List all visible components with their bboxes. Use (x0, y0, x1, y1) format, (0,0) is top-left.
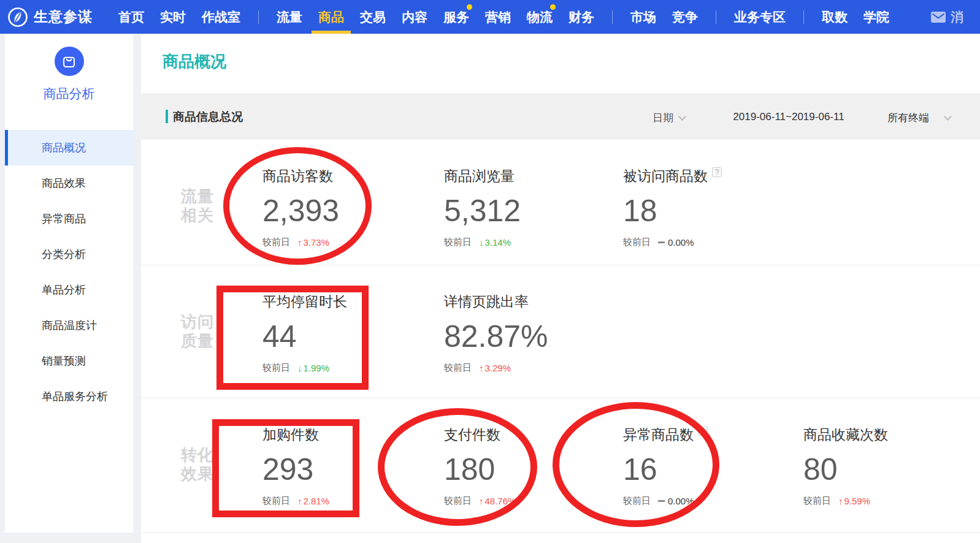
metric-change: 较前日 ↑3.73% (262, 237, 437, 248)
metric-label: 被访问商品数 ? (623, 167, 798, 186)
sidebar-item-product-effect[interactable]: 商品效果 (5, 165, 133, 201)
arrow-up-icon: ↑ (838, 496, 843, 506)
sidebar-item-product-thermometer[interactable]: 商品温度计 (5, 308, 133, 343)
terminal-filter-label: 所有终端 (887, 112, 929, 124)
metric-value: 5,312 (444, 194, 619, 227)
metric-change: 较前日 ↓1.99% (262, 362, 437, 374)
nav-item-content[interactable]: 内容 (402, 0, 427, 34)
help-icon[interactable]: ? (712, 167, 722, 177)
terminal-filter-dropdown[interactable]: 所有终端 (887, 111, 951, 125)
main-content: 商品概况 商品信息总况 日期 2019-06-11~2019-06-11 所有终… (141, 34, 980, 543)
nav-item-academy[interactable]: 学院 (863, 0, 889, 34)
sidebar: 商品分析 商品概况 商品效果 异常商品 分类分析 单品分析 商品温度计 销量预测… (5, 34, 133, 533)
nav-items: 首页 实时 作战室 流量 商品 交易 内容 服务 营销 物流 财务 市场 竞争 … (110, 0, 897, 34)
metric-value: 44 (262, 320, 437, 353)
metric-change: 较前日 ↑48.76% (444, 495, 619, 507)
help-icon[interactable]: ? (698, 426, 708, 436)
date-filter-dropdown[interactable]: 日期 (653, 111, 685, 125)
nav-item-product[interactable]: 商品 (318, 0, 344, 34)
sidebar-item-category-analysis[interactable]: 分类分析 (5, 237, 133, 272)
nav-divider (612, 10, 613, 24)
metric-label: 详情页跳出率 (444, 292, 619, 311)
metric-detail-bounce-rate: 详情页跳出率 82.87% 较前日 ↑3.29% (444, 292, 619, 374)
nav-item-data-fetch[interactable]: 取数 (822, 0, 848, 34)
metric-cart-adds: 加购件数 293 较前日 ↑2.81% (262, 425, 437, 507)
metric-change: 较前日 ↑2.81% (262, 495, 437, 507)
nav-msg-label: 消 (951, 9, 963, 26)
sidebar-item-sales-forecast[interactable]: 销量预测 (5, 343, 133, 379)
nav-item-label: 服务 (443, 9, 469, 26)
group-name-visit-quality: 访问 质量 (181, 313, 214, 351)
arrow-up-icon: ↑ (479, 496, 484, 506)
nav-divider (716, 10, 716, 24)
metric-product-pageviews: 商品浏览量 5,312 较前日 ↓3.14% (444, 167, 619, 248)
notification-dot-icon (550, 4, 556, 10)
brand-name: 生意参谋 (34, 7, 93, 26)
metric-label: 商品浏览量 (444, 167, 619, 186)
metric-product-visitors: 商品访客数 2,393 较前日 ↑3.73% (262, 167, 437, 248)
nav-divider (803, 10, 804, 24)
metric-group-visit-quality: 访问 质量 平均停留时长 44 较前日 ↓1.99% 详情页跳出率 82.87%… (141, 265, 980, 398)
group-name-traffic: 流量 相关 (181, 187, 214, 225)
nav-item-warroom[interactable]: 作战室 (202, 0, 240, 34)
nav-item-trade[interactable]: 交易 (360, 0, 386, 34)
brand[interactable]: 生意参谋 (7, 7, 110, 28)
chevron-down-icon (678, 113, 686, 121)
arrow-down-icon: ↓ (297, 363, 302, 373)
metrics-rows: 流量 相关 商品访客数 2,393 较前日 ↑3.73% 商品浏览量 5,312… (141, 140, 980, 533)
metric-value: 18 (623, 194, 798, 227)
metric-label: 商品访客数 (262, 167, 437, 186)
sidebar-item-product-overview[interactable]: 商品概况 (5, 130, 133, 165)
panel-title: 商品信息总况 (173, 109, 243, 125)
nav-item-business-zone[interactable]: 业务专区 (734, 0, 786, 34)
arrow-down-icon: ↓ (479, 237, 484, 248)
nav-item-messages[interactable]: 消 (931, 0, 963, 34)
metric-change: 较前日 0.00% (623, 237, 798, 248)
panel-header: 商品信息总况 日期 2019-06-11~2019-06-11 所有终端 (141, 93, 980, 140)
metric-value: 180 (444, 453, 619, 486)
metric-visited-products: 被访问商品数 ? 18 较前日 0.00% (623, 167, 798, 248)
sycm-logo-icon (7, 7, 28, 28)
sidebar-item-abnormal-products[interactable]: 异常商品 (5, 201, 133, 237)
nav-item-realtime[interactable]: 实时 (160, 0, 186, 34)
notification-dot-icon (467, 4, 472, 10)
nav-item-market[interactable]: 市场 (630, 0, 656, 34)
nav-divider (258, 10, 259, 24)
nav-item-label: 物流 (527, 9, 553, 26)
top-navbar: 生意参谋 首页 实时 作战室 流量 商品 交易 内容 服务 营销 物流 财务 市… (0, 0, 980, 34)
nav-item-marketing[interactable]: 营销 (485, 0, 511, 34)
metric-label: 加购件数 (262, 425, 437, 444)
metric-value: 293 (262, 453, 437, 486)
nav-item-logistics[interactable]: 物流 (527, 0, 553, 34)
metric-value: 2,393 (262, 194, 437, 227)
metric-paid-items: 支付件数 180 较前日 ↑48.76% (444, 425, 619, 507)
panel-accent-bar (166, 110, 168, 123)
metric-value: 16 (623, 453, 798, 486)
metric-value: 82.87% (444, 320, 619, 353)
metric-avg-stay-duration: 平均停留时长 44 较前日 ↓1.99% (262, 292, 437, 374)
nav-item-service[interactable]: 服务 (443, 0, 469, 34)
metric-change: 较前日 ↑9.59% (803, 495, 978, 507)
nav-item-traffic[interactable]: 流量 (277, 0, 302, 34)
date-range-value[interactable]: 2019-06-11~2019-06-11 (722, 111, 855, 123)
metric-label: 商品收藏次数 (803, 425, 978, 444)
metric-group-conversion: 转化 效果 加购件数 293 较前日 ↑2.81% 支付件数 180 较前日 ↑… (141, 398, 980, 533)
sidebar-header: 商品分析 (5, 34, 133, 102)
flat-dash-icon (658, 241, 665, 243)
date-filter-label: 日期 (653, 112, 673, 124)
nav-item-competition[interactable]: 竞争 (672, 0, 698, 34)
metric-change: 较前日 ↑3.29% (444, 362, 619, 374)
sidebar-item-single-product-analysis[interactable]: 单品分析 (5, 272, 133, 308)
nav-item-home[interactable]: 首页 (118, 0, 144, 34)
chevron-down-icon (944, 113, 952, 121)
arrow-up-icon: ↑ (479, 363, 484, 373)
metric-label: 平均停留时长 (262, 292, 437, 311)
shopping-bag-icon (55, 47, 84, 76)
sidebar-section-title: 商品分析 (5, 85, 133, 102)
arrow-up-icon: ↑ (297, 496, 302, 506)
sidebar-item-single-product-service[interactable]: 单品服务分析 (5, 379, 133, 414)
envelope-icon (931, 12, 946, 23)
nav-item-finance[interactable]: 财务 (568, 0, 594, 34)
metric-change: 较前日 0.00% (623, 495, 798, 507)
metric-change: 较前日 ↓3.14% (444, 237, 619, 248)
